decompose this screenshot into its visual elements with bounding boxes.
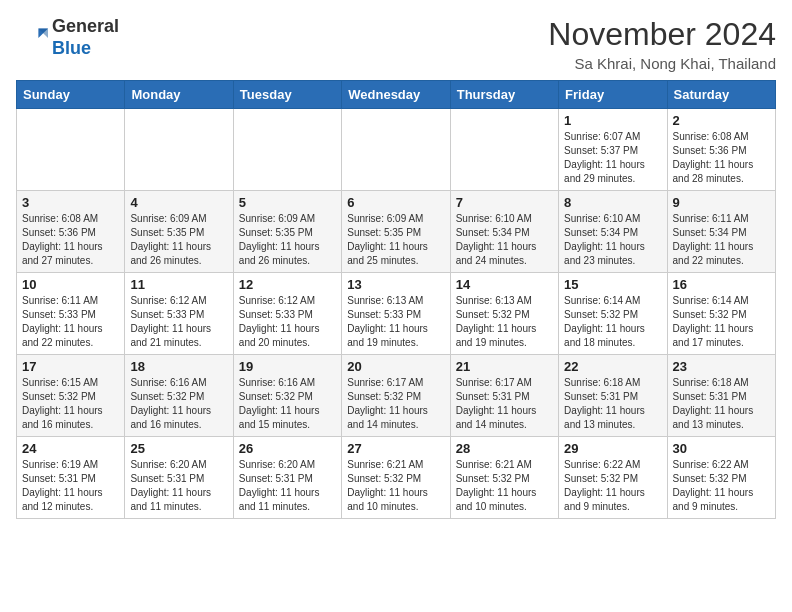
- day-cell: 20Sunrise: 6:17 AM Sunset: 5:32 PM Dayli…: [342, 355, 450, 437]
- day-cell: [125, 109, 233, 191]
- day-number: 7: [456, 195, 553, 210]
- day-info: Sunrise: 6:14 AM Sunset: 5:32 PM Dayligh…: [673, 294, 770, 350]
- day-number: 4: [130, 195, 227, 210]
- day-number: 28: [456, 441, 553, 456]
- day-number: 14: [456, 277, 553, 292]
- day-cell: 12Sunrise: 6:12 AM Sunset: 5:33 PM Dayli…: [233, 273, 341, 355]
- day-cell: [450, 109, 558, 191]
- day-info: Sunrise: 6:09 AM Sunset: 5:35 PM Dayligh…: [347, 212, 444, 268]
- day-cell: 30Sunrise: 6:22 AM Sunset: 5:32 PM Dayli…: [667, 437, 775, 519]
- day-number: 13: [347, 277, 444, 292]
- day-cell: 28Sunrise: 6:21 AM Sunset: 5:32 PM Dayli…: [450, 437, 558, 519]
- day-cell: [342, 109, 450, 191]
- day-info: Sunrise: 6:18 AM Sunset: 5:31 PM Dayligh…: [673, 376, 770, 432]
- day-number: 11: [130, 277, 227, 292]
- day-info: Sunrise: 6:18 AM Sunset: 5:31 PM Dayligh…: [564, 376, 661, 432]
- day-number: 8: [564, 195, 661, 210]
- logo-general: General: [52, 16, 119, 38]
- day-cell: [17, 109, 125, 191]
- day-number: 21: [456, 359, 553, 374]
- day-number: 26: [239, 441, 336, 456]
- day-number: 19: [239, 359, 336, 374]
- day-number: 12: [239, 277, 336, 292]
- week-row-1: 1Sunrise: 6:07 AM Sunset: 5:37 PM Daylig…: [17, 109, 776, 191]
- weekday-header-wednesday: Wednesday: [342, 81, 450, 109]
- day-cell: 22Sunrise: 6:18 AM Sunset: 5:31 PM Dayli…: [559, 355, 667, 437]
- day-cell: 21Sunrise: 6:17 AM Sunset: 5:31 PM Dayli…: [450, 355, 558, 437]
- day-number: 3: [22, 195, 119, 210]
- weekday-header-monday: Monday: [125, 81, 233, 109]
- weekday-header-sunday: Sunday: [17, 81, 125, 109]
- day-number: 20: [347, 359, 444, 374]
- day-cell: 15Sunrise: 6:14 AM Sunset: 5:32 PM Dayli…: [559, 273, 667, 355]
- day-info: Sunrise: 6:17 AM Sunset: 5:32 PM Dayligh…: [347, 376, 444, 432]
- title-block: November 2024 Sa Khrai, Nong Khai, Thail…: [548, 16, 776, 72]
- day-cell: 8Sunrise: 6:10 AM Sunset: 5:34 PM Daylig…: [559, 191, 667, 273]
- day-info: Sunrise: 6:08 AM Sunset: 5:36 PM Dayligh…: [673, 130, 770, 186]
- week-row-4: 17Sunrise: 6:15 AM Sunset: 5:32 PM Dayli…: [17, 355, 776, 437]
- day-number: 29: [564, 441, 661, 456]
- day-info: Sunrise: 6:16 AM Sunset: 5:32 PM Dayligh…: [130, 376, 227, 432]
- day-number: 24: [22, 441, 119, 456]
- weekday-header-saturday: Saturday: [667, 81, 775, 109]
- day-cell: 4Sunrise: 6:09 AM Sunset: 5:35 PM Daylig…: [125, 191, 233, 273]
- day-info: Sunrise: 6:21 AM Sunset: 5:32 PM Dayligh…: [456, 458, 553, 514]
- day-cell: 17Sunrise: 6:15 AM Sunset: 5:32 PM Dayli…: [17, 355, 125, 437]
- week-row-3: 10Sunrise: 6:11 AM Sunset: 5:33 PM Dayli…: [17, 273, 776, 355]
- day-cell: 29Sunrise: 6:22 AM Sunset: 5:32 PM Dayli…: [559, 437, 667, 519]
- day-cell: 1Sunrise: 6:07 AM Sunset: 5:37 PM Daylig…: [559, 109, 667, 191]
- day-info: Sunrise: 6:11 AM Sunset: 5:34 PM Dayligh…: [673, 212, 770, 268]
- day-info: Sunrise: 6:07 AM Sunset: 5:37 PM Dayligh…: [564, 130, 661, 186]
- day-number: 15: [564, 277, 661, 292]
- logo-icon: [16, 22, 48, 54]
- day-info: Sunrise: 6:08 AM Sunset: 5:36 PM Dayligh…: [22, 212, 119, 268]
- day-cell: 27Sunrise: 6:21 AM Sunset: 5:32 PM Dayli…: [342, 437, 450, 519]
- day-cell: 18Sunrise: 6:16 AM Sunset: 5:32 PM Dayli…: [125, 355, 233, 437]
- day-cell: 25Sunrise: 6:20 AM Sunset: 5:31 PM Dayli…: [125, 437, 233, 519]
- day-cell: 19Sunrise: 6:16 AM Sunset: 5:32 PM Dayli…: [233, 355, 341, 437]
- week-row-2: 3Sunrise: 6:08 AM Sunset: 5:36 PM Daylig…: [17, 191, 776, 273]
- day-number: 1: [564, 113, 661, 128]
- day-info: Sunrise: 6:19 AM Sunset: 5:31 PM Dayligh…: [22, 458, 119, 514]
- calendar-table: SundayMondayTuesdayWednesdayThursdayFrid…: [16, 80, 776, 519]
- day-cell: 3Sunrise: 6:08 AM Sunset: 5:36 PM Daylig…: [17, 191, 125, 273]
- day-info: Sunrise: 6:13 AM Sunset: 5:33 PM Dayligh…: [347, 294, 444, 350]
- day-info: Sunrise: 6:20 AM Sunset: 5:31 PM Dayligh…: [239, 458, 336, 514]
- logo: General Blue: [16, 16, 119, 59]
- day-number: 6: [347, 195, 444, 210]
- day-info: Sunrise: 6:13 AM Sunset: 5:32 PM Dayligh…: [456, 294, 553, 350]
- day-cell: 26Sunrise: 6:20 AM Sunset: 5:31 PM Dayli…: [233, 437, 341, 519]
- day-info: Sunrise: 6:09 AM Sunset: 5:35 PM Dayligh…: [130, 212, 227, 268]
- day-cell: 10Sunrise: 6:11 AM Sunset: 5:33 PM Dayli…: [17, 273, 125, 355]
- page-header: General Blue November 2024 Sa Khrai, Non…: [16, 16, 776, 72]
- day-cell: 14Sunrise: 6:13 AM Sunset: 5:32 PM Dayli…: [450, 273, 558, 355]
- day-info: Sunrise: 6:14 AM Sunset: 5:32 PM Dayligh…: [564, 294, 661, 350]
- location: Sa Khrai, Nong Khai, Thailand: [548, 55, 776, 72]
- day-info: Sunrise: 6:22 AM Sunset: 5:32 PM Dayligh…: [564, 458, 661, 514]
- day-info: Sunrise: 6:12 AM Sunset: 5:33 PM Dayligh…: [130, 294, 227, 350]
- day-info: Sunrise: 6:12 AM Sunset: 5:33 PM Dayligh…: [239, 294, 336, 350]
- day-number: 9: [673, 195, 770, 210]
- day-info: Sunrise: 6:22 AM Sunset: 5:32 PM Dayligh…: [673, 458, 770, 514]
- day-info: Sunrise: 6:21 AM Sunset: 5:32 PM Dayligh…: [347, 458, 444, 514]
- logo-blue: Blue: [52, 38, 119, 60]
- day-cell: 6Sunrise: 6:09 AM Sunset: 5:35 PM Daylig…: [342, 191, 450, 273]
- day-number: 25: [130, 441, 227, 456]
- day-info: Sunrise: 6:11 AM Sunset: 5:33 PM Dayligh…: [22, 294, 119, 350]
- day-cell: 7Sunrise: 6:10 AM Sunset: 5:34 PM Daylig…: [450, 191, 558, 273]
- day-info: Sunrise: 6:17 AM Sunset: 5:31 PM Dayligh…: [456, 376, 553, 432]
- day-cell: [233, 109, 341, 191]
- week-row-5: 24Sunrise: 6:19 AM Sunset: 5:31 PM Dayli…: [17, 437, 776, 519]
- weekday-header-friday: Friday: [559, 81, 667, 109]
- day-number: 17: [22, 359, 119, 374]
- day-cell: 11Sunrise: 6:12 AM Sunset: 5:33 PM Dayli…: [125, 273, 233, 355]
- day-info: Sunrise: 6:10 AM Sunset: 5:34 PM Dayligh…: [456, 212, 553, 268]
- day-number: 10: [22, 277, 119, 292]
- day-cell: 2Sunrise: 6:08 AM Sunset: 5:36 PM Daylig…: [667, 109, 775, 191]
- day-info: Sunrise: 6:16 AM Sunset: 5:32 PM Dayligh…: [239, 376, 336, 432]
- day-cell: 13Sunrise: 6:13 AM Sunset: 5:33 PM Dayli…: [342, 273, 450, 355]
- day-cell: 9Sunrise: 6:11 AM Sunset: 5:34 PM Daylig…: [667, 191, 775, 273]
- day-number: 2: [673, 113, 770, 128]
- day-info: Sunrise: 6:15 AM Sunset: 5:32 PM Dayligh…: [22, 376, 119, 432]
- day-cell: 23Sunrise: 6:18 AM Sunset: 5:31 PM Dayli…: [667, 355, 775, 437]
